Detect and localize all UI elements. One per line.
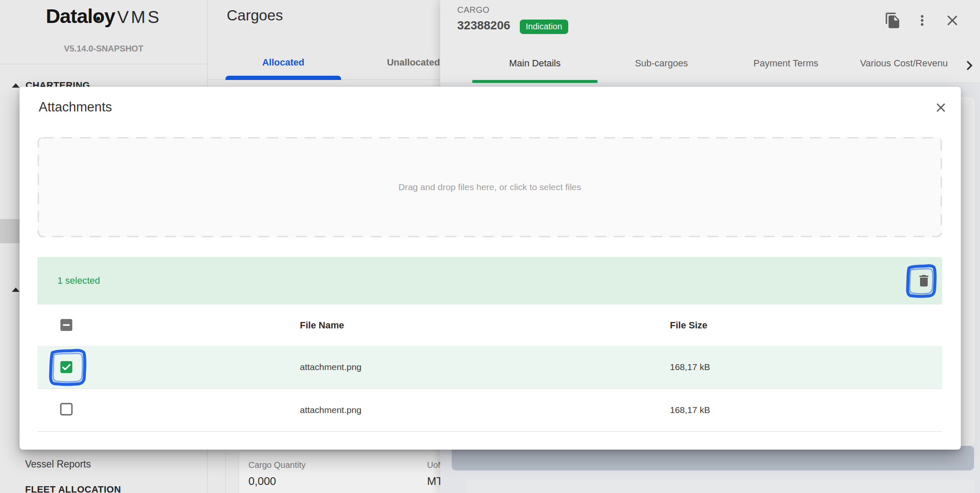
sidebar-section-fleet-allocation[interactable]: FLEET ALLOCATION [25, 484, 121, 493]
cargoes-tab-bar: Allocated Unallocated [208, 51, 440, 80]
checkbox-unchecked-icon [60, 402, 73, 416]
checkbox-checked-icon [60, 360, 73, 374]
app-window: DataloyVMS V5.14.0-SNAPSHOT CHARTERING V… [0, 0, 980, 493]
close-icon [934, 100, 948, 115]
more-vert-icon [914, 12, 930, 28]
file-dropzone[interactable]: Drag and drop files here, or click to se… [37, 137, 942, 237]
file-size-cell: 168,17 kB [670, 389, 710, 431]
table-row[interactable]: attachment.png 168,17 kB [37, 388, 942, 432]
status-badge: Indication [520, 20, 568, 34]
delete-selected-button[interactable] [914, 271, 934, 290]
app-version: V5.14.0-SNAPSHOT [0, 44, 207, 54]
page-title: Cargoes [227, 7, 283, 24]
selected-row-checkbox[interactable] [60, 360, 73, 374]
copy-icon [884, 12, 901, 29]
collapse-arrow-icon[interactable] [12, 288, 20, 292]
lower-content-card [466, 479, 975, 493]
dropzone-hint-text: Drag and drop files here, or click to se… [37, 137, 942, 237]
file-name-cell: attachment.png [300, 389, 362, 431]
tab-main-details[interactable]: Main Details [472, 58, 598, 69]
tab-allocated[interactable]: Allocated [225, 57, 341, 68]
cargo-tab-bar: Main Details Sub-cargoes Payment Terms V… [440, 47, 980, 83]
selection-count: 1 selected [57, 257, 100, 305]
attachments-table-header: File Name File Size [37, 305, 942, 346]
dataloy-logo[interactable]: DataloyVMS [0, 4, 207, 28]
logo-brand: Dataloy [46, 5, 115, 27]
column-header-file-size[interactable]: File Size [670, 320, 707, 331]
selection-toolbar: 1 selected [37, 257, 942, 305]
close-panel-button[interactable] [943, 11, 962, 30]
tab-payment-terms[interactable]: Payment Terms [734, 58, 838, 69]
more-options-button[interactable] [913, 11, 932, 30]
active-tab-indicator [225, 76, 341, 80]
entity-type-label: CARGO [457, 5, 490, 15]
collapse-arrow-icon[interactable] [12, 83, 20, 88]
tab-sub-cargoes[interactable]: Sub-cargoes [606, 58, 717, 69]
sidebar-divider [0, 64, 207, 64]
checkbox-indeterminate-icon [60, 318, 73, 332]
active-tab-indicator [472, 80, 598, 83]
column-header-file-name[interactable]: File Name [300, 320, 344, 331]
sidebar-item-vessel-reports[interactable]: Vessel Reports [25, 459, 91, 470]
close-icon [944, 12, 961, 29]
attachments-dialog: Attachments Drag and drop files here, or… [20, 87, 961, 450]
cargo-id: 32388206 [457, 19, 510, 32]
panel-edge-divider [225, 450, 226, 493]
field-label-cargo-quantity: Cargo Quantity [248, 460, 306, 470]
field-value-cargo-quantity[interactable]: 0,000 [248, 475, 276, 488]
tab-various-cost-revenue[interactable]: Various Cost/Revenu [844, 58, 963, 69]
trash-icon [916, 273, 932, 288]
file-size-cell: 168,17 kB [670, 346, 710, 388]
close-dialog-button[interactable] [932, 99, 950, 117]
copy-button[interactable] [883, 11, 902, 30]
tabs-scroll-right-button[interactable] [960, 56, 979, 75]
chevron-right-icon [960, 56, 979, 75]
row-checkbox[interactable] [60, 402, 73, 416]
logo-suffix: VMS [117, 7, 161, 27]
dialog-title: Attachments [39, 100, 112, 115]
select-all-checkbox[interactable] [60, 318, 73, 332]
file-name-cell: attachment.png [300, 346, 362, 388]
table-row[interactable]: attachment.png 168,17 kB [37, 346, 942, 388]
